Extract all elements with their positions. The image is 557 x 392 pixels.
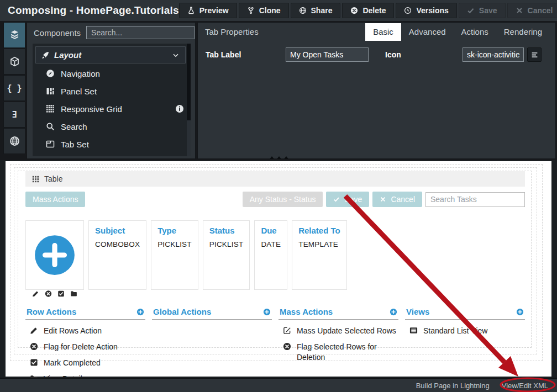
column-card-subject[interactable]: Subject COMBOBOX (88, 220, 146, 290)
cancel-button[interactable]: Cancel (507, 3, 557, 18)
column-type: PICKLIST (157, 240, 192, 248)
mass-actions-label: Mass Actions (33, 195, 78, 204)
rail-tab-components[interactable] (3, 22, 25, 48)
column-card-type[interactable]: Type PICKLIST (151, 220, 198, 290)
grid-dots-icon (46, 104, 55, 113)
icon-picker-button[interactable] (527, 47, 542, 62)
layout-group-header[interactable]: Layout (35, 46, 186, 63)
view-item-standard-list[interactable]: Standard List View (409, 326, 525, 336)
x-circle-icon (350, 7, 358, 14)
check-square-icon[interactable] (57, 290, 65, 298)
column-header: Subject (95, 226, 140, 235)
rail-tab-globe[interactable] (3, 128, 25, 154)
cancel-label: Cancel (528, 6, 553, 15)
list-view-icon (409, 326, 418, 335)
add-global-action-button[interactable] (263, 308, 271, 316)
scrollbar-thumb[interactable] (187, 44, 191, 120)
table-cancel-button[interactable]: Cancel (372, 192, 422, 207)
tab-label-input[interactable] (286, 47, 369, 62)
table-toolbar: Mass Actions Any Status - Status Save Ca… (25, 192, 525, 207)
rail-tab-models[interactable] (3, 49, 25, 75)
components-title: Components (34, 28, 81, 38)
folder-icon[interactable] (70, 290, 77, 298)
layout-group-label: Layout (54, 50, 81, 60)
build-in-lightning-link[interactable]: Build Page in Lightning (416, 382, 490, 390)
flask-icon (187, 7, 195, 14)
action-item-flag-delete[interactable]: Flag for Delete Action (30, 342, 145, 352)
save-button[interactable]: Save (459, 3, 506, 18)
column-type: TEMPLATE (298, 240, 340, 248)
clock-icon (404, 7, 412, 14)
section-title: Row Actions (27, 307, 76, 316)
info-icon[interactable] (175, 104, 184, 113)
column-card-status[interactable]: Status PICKLIST (203, 220, 250, 290)
table-toolbar-right: Any Status - Status Save Cancel (243, 192, 525, 207)
versions-label: Versions (416, 6, 448, 15)
compass-icon (46, 69, 55, 78)
add-row-action-button[interactable] (136, 308, 144, 316)
globe-icon (299, 7, 307, 14)
component-item-search[interactable]: Search (33, 118, 191, 135)
action-item-mark-completed[interactable]: Mark Completed (30, 358, 145, 368)
section-title: Global Actions (153, 307, 211, 316)
components-scrollbar[interactable] (187, 44, 191, 156)
component-item-navigation[interactable]: Navigation (33, 65, 191, 82)
add-mass-action-button[interactable] (390, 308, 397, 316)
action-label: Standard List View (423, 326, 487, 336)
table-save-label: Save (344, 195, 362, 204)
tab-rendering[interactable]: Rendering (496, 23, 550, 41)
section-items: Standard List View (405, 320, 525, 336)
table-save-button[interactable]: Save (326, 192, 369, 207)
preview-button[interactable]: Preview (179, 3, 237, 18)
action-label: Mass Update Selected Rows (297, 326, 396, 336)
action-label: Flag for Delete Action (44, 342, 118, 352)
action-item-mass-update[interactable]: Mass Update Selected Rows (283, 326, 398, 336)
mass-actions-button[interactable]: Mass Actions (25, 192, 85, 207)
column-card-due[interactable]: Due DATE (254, 220, 287, 290)
add-column-button[interactable] (32, 226, 77, 284)
column-header: Related To (298, 226, 340, 235)
section-items (152, 320, 272, 326)
action-item-flag-selected-rows[interactable]: Flag Selected Rows for Deletion (283, 342, 398, 363)
component-item-tab-set[interactable]: Tab Set (33, 135, 191, 153)
component-item-panel-set[interactable]: Panel Set (33, 82, 191, 100)
rail-tab-javascript[interactable]: { } (3, 75, 25, 101)
status-filter-button[interactable]: Any Status - Status (243, 192, 323, 207)
column-card-related-to[interactable]: Related To TEMPLATE (292, 220, 347, 290)
share-label: Share (311, 6, 333, 15)
x-circle-icon[interactable] (45, 290, 52, 298)
properties-title: Tab Properties (205, 27, 259, 36)
column-controls-card (25, 220, 84, 290)
component-item-wizard[interactable]: Wizard (33, 153, 191, 156)
cube-icon (9, 56, 20, 67)
icon-field-label: Icon (385, 50, 463, 59)
clone-button[interactable]: Clone (239, 3, 289, 18)
component-item-responsive-grid[interactable]: Responsive Grid (33, 100, 191, 118)
tab-actions[interactable]: Actions (454, 23, 496, 41)
left-rail: { } Ǝ (3, 22, 25, 155)
action-item-edit-rows[interactable]: Edit Rows Action (30, 326, 145, 336)
components-search-input[interactable] (86, 26, 195, 39)
rail-tab-css[interactable]: Ǝ (3, 102, 25, 128)
versions-button[interactable]: Versions (396, 3, 456, 18)
table-component-title: Table (44, 174, 62, 183)
tab-label-field-label: Tab Label (206, 50, 286, 59)
clone-label: Clone (259, 6, 281, 15)
save-label: Save (479, 6, 497, 15)
tab-basic[interactable]: Basic (365, 23, 401, 41)
delete-button[interactable]: Delete (342, 3, 394, 18)
resize-handle[interactable] (270, 156, 288, 159)
table-search-input[interactable] (425, 192, 525, 207)
add-view-button[interactable] (516, 308, 524, 316)
column-type: DATE (261, 240, 281, 248)
view-edit-xml-link[interactable]: View/Edit XML (502, 382, 548, 390)
components-list: Layout Navigation Panel Set Responsive G… (33, 44, 191, 156)
section-header: Mass Actions (278, 307, 398, 320)
check-icon (467, 7, 475, 14)
icon-input[interactable] (463, 47, 524, 62)
share-button[interactable]: Share (291, 3, 341, 18)
section-title: Views (406, 307, 429, 316)
table-component-header[interactable]: Table (25, 171, 525, 187)
tab-advanced[interactable]: Advanced (401, 23, 454, 41)
pencil-icon[interactable] (32, 290, 39, 298)
